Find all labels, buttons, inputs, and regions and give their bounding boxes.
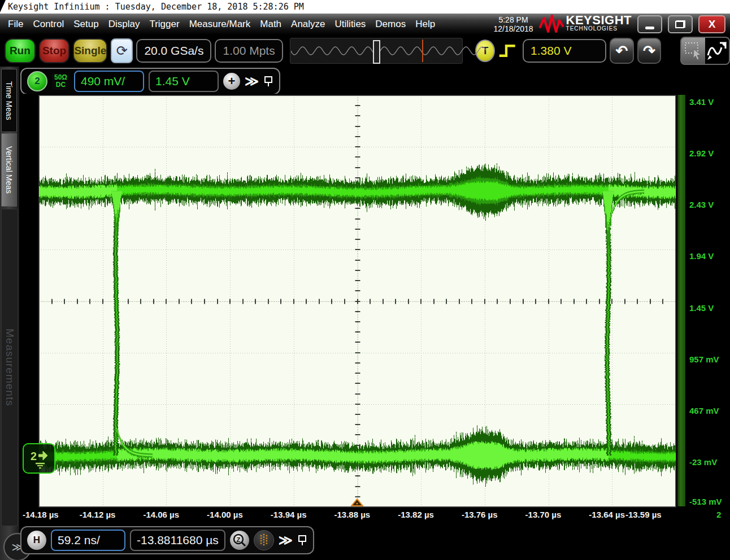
time-axis-label: -13.88 µs bbox=[334, 510, 371, 519]
undo-icon: ↶ bbox=[615, 43, 628, 58]
sample-rate-field[interactable]: 20.0 GSa/s bbox=[136, 39, 211, 63]
time-axis-label: -13.94 µs bbox=[271, 510, 307, 519]
clock-time: 5:28 PM bbox=[493, 15, 533, 24]
magnifier-z-icon: Z bbox=[232, 533, 247, 548]
time-axis-label: -13.64 µs bbox=[589, 510, 625, 519]
time-axis-label: -14.06 µs bbox=[143, 510, 179, 519]
tab-vertical-meas[interactable]: Vertical Meas bbox=[1, 133, 17, 207]
timebase-scale-field[interactable]: 59.2 ns/ bbox=[51, 530, 125, 551]
close-icon: X bbox=[709, 18, 716, 30]
trigger-level-field[interactable]: 1.380 V bbox=[523, 39, 606, 63]
zoom-button[interactable]: Z bbox=[230, 531, 249, 550]
minimize-icon bbox=[645, 27, 654, 29]
intensity-button[interactable] bbox=[254, 530, 274, 550]
voltage-axis-label: 1.94 V bbox=[689, 251, 714, 261]
brand-text: KEYSIGHT TECHNOLOGIES bbox=[566, 16, 632, 33]
measurements-panel: Measurements bbox=[1, 209, 18, 526]
clock: 5:28 PM 12/18/2018 bbox=[493, 15, 533, 33]
ground-marker-icon: 2 bbox=[26, 447, 52, 470]
menu-math[interactable]: Math bbox=[260, 19, 281, 30]
restore-button[interactable] bbox=[668, 15, 693, 33]
time-axis-label: -13.76 µs bbox=[462, 510, 498, 519]
menu-trigger[interactable]: Trigger bbox=[149, 19, 179, 30]
time-axis-label: -14.18 µs bbox=[23, 510, 59, 519]
voltage-axis-label: 3.41 V bbox=[689, 97, 714, 107]
channel-2-badge[interactable]: 2 bbox=[27, 71, 47, 91]
waveform-preview[interactable] bbox=[290, 38, 463, 64]
channel-2-bar: 2 50Ω DC 490 mV/ 1.45 V + ≫ bbox=[20, 68, 280, 95]
menu-analyze[interactable]: Analyze bbox=[291, 19, 325, 30]
timebase-position-field[interactable]: -13.8811680 µs bbox=[130, 530, 225, 551]
clock-date: 12/18/2018 bbox=[493, 24, 533, 33]
stop-button[interactable]: Stop bbox=[39, 38, 70, 63]
keysight-logo: KEYSIGHT TECHNOLOGIES bbox=[539, 15, 632, 34]
coupling-mode-label: DC bbox=[54, 81, 67, 89]
menu-display[interactable]: Display bbox=[108, 19, 140, 30]
track-waveform-icon[interactable] bbox=[705, 38, 729, 64]
horizontal-timebase-bar: H 59.2 ns/ -13.8811680 µs Z ≫ bbox=[20, 526, 314, 554]
brand-name: KEYSIGHT bbox=[566, 16, 632, 24]
preview-sine-icon bbox=[290, 38, 487, 63]
channel-coupling-label[interactable]: 50Ω DC bbox=[52, 73, 69, 90]
menu-bar-right: 5:28 PM 12/18/2018 KEYSIGHT TECHNOLOGIES… bbox=[493, 15, 730, 34]
trigger-edge-icon bbox=[498, 41, 519, 61]
pin-icon[interactable] bbox=[263, 75, 273, 88]
undo-button[interactable]: ↶ bbox=[610, 38, 633, 64]
svg-text:2: 2 bbox=[31, 450, 37, 462]
vertical-scale-field[interactable]: 490 mV/ bbox=[74, 71, 144, 92]
run-button[interactable]: Run bbox=[5, 38, 36, 63]
window-title-bar: Keysight Infiniium : Tuesday, December 1… bbox=[0, 0, 730, 14]
plus-icon: + bbox=[228, 74, 236, 89]
expand-chevrons-icon[interactable]: ≫ bbox=[279, 532, 293, 548]
menu-demos[interactable]: Demos bbox=[375, 19, 406, 30]
menu-bar: File Control Setup Display Trigger Measu… bbox=[0, 14, 730, 35]
menu-setup[interactable]: Setup bbox=[73, 19, 98, 30]
tab-time-meas[interactable]: Time Meas bbox=[1, 69, 17, 132]
add-channel-button[interactable]: + bbox=[223, 73, 240, 90]
voltage-axis-label: 467 mV bbox=[689, 406, 719, 415]
channel-2-ground-marker[interactable]: 2 bbox=[23, 443, 55, 474]
horizontal-badge[interactable]: H bbox=[27, 531, 46, 550]
expand-chevrons-icon[interactable]: ≫ bbox=[245, 73, 259, 89]
refresh-icon: ⟳ bbox=[116, 43, 128, 59]
minimize-button[interactable] bbox=[637, 15, 662, 33]
time-axis-label: -13.82 µs bbox=[398, 510, 434, 519]
menu-control[interactable]: Control bbox=[33, 19, 64, 30]
close-button[interactable]: X bbox=[698, 15, 725, 33]
preview-window-slider[interactable] bbox=[373, 40, 380, 64]
voltage-axis-label: -23 mV bbox=[689, 457, 717, 467]
menu-help[interactable]: Help bbox=[415, 19, 435, 30]
memory-depth-field[interactable]: 1.00 Mpts bbox=[215, 39, 283, 63]
voltage-axis-bar[interactable] bbox=[677, 95, 685, 506]
pin-icon[interactable] bbox=[297, 534, 307, 546]
menu-measure-mark[interactable]: Measure/Mark bbox=[189, 19, 251, 30]
svg-text:Z: Z bbox=[236, 536, 240, 543]
voltage-axis-label: 1.45 V bbox=[689, 303, 714, 313]
time-axis-label: -13.59 µs bbox=[625, 510, 662, 519]
autoscale-button[interactable]: ⟳ bbox=[111, 38, 133, 63]
time-axis-label: -13.70 µs bbox=[525, 510, 562, 519]
waveform-display[interactable] bbox=[38, 95, 676, 508]
window-title: Keysight Infiniium : Tuesday, December 1… bbox=[8, 2, 304, 12]
left-sidebar: Time Meas Vertical Meas Measurements ≫ bbox=[0, 67, 19, 560]
restore-icon bbox=[675, 20, 685, 28]
mouse-mode-toggle[interactable] bbox=[680, 37, 730, 65]
dotted-columns-icon bbox=[257, 533, 271, 548]
time-axis-label: -14.12 µs bbox=[80, 510, 116, 519]
voltage-axis-label: -513 mV bbox=[689, 497, 722, 506]
voltage-axis-label: 957 mV bbox=[689, 355, 719, 364]
voltage-axis-label: 2.43 V bbox=[689, 200, 714, 209]
time-axis-label: -14.00 µs bbox=[207, 510, 243, 519]
menu-file[interactable]: File bbox=[8, 19, 23, 30]
menu-items: File Control Setup Display Trigger Measu… bbox=[0, 19, 435, 30]
select-mode-icon[interactable] bbox=[681, 38, 705, 64]
trigger-time-marker-icon[interactable] bbox=[351, 498, 363, 507]
menu-utilities[interactable]: Utilities bbox=[335, 19, 366, 30]
single-button[interactable]: Single bbox=[73, 38, 107, 63]
redo-button[interactable]: ↷ bbox=[637, 38, 661, 64]
acquisition-toolbar: Run Stop Single ⟳ 20.0 GSa/s 1.00 Mpts T… bbox=[0, 35, 730, 67]
voltage-axis-label: 2.92 V bbox=[689, 148, 714, 158]
redo-icon: ↷ bbox=[643, 43, 655, 58]
timebase-channel-indicator: 2 bbox=[716, 510, 721, 519]
vertical-offset-field[interactable]: 1.45 V bbox=[149, 71, 219, 92]
